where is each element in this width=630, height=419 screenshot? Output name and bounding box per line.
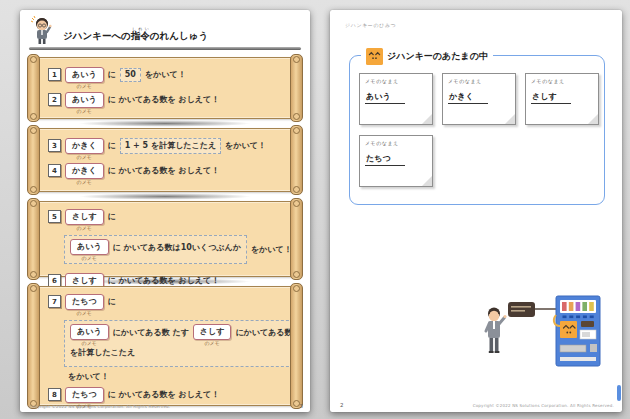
scrollbar-thumb[interactable] [617, 385, 621, 401]
memo-name: かきく [448, 91, 488, 104]
instruction-row-5-sub: あいうのメモ に かいてある数は10いくつぶんか をかいて！ [64, 235, 282, 264]
memo-name: さしす [531, 91, 571, 104]
nested-instruction-box: あいうのメモ にかいてある数 たす さしすのメモ にかいてある数 を計算したこた… [64, 320, 299, 367]
instruction-row-5: 5 さしすのメモ に [48, 210, 282, 223]
instruction-row-4: 4 かきくのメモ に かいてある数を おしえて！ [48, 164, 282, 177]
memo-name-chip: さしす [65, 209, 104, 225]
step-number: 1 [48, 68, 61, 81]
instruction-banner-4: 7 たちつのメモ に あいうのメモ にかいてある数 たす さしすのメモ にかいて… [29, 286, 301, 406]
instruction-text: に かいてある数を おしえて！ [108, 94, 220, 105]
instruction-row-1: 1 あいうのメモ に 50 をかいて！ [48, 68, 282, 81]
memo-note-label: のメモ [77, 179, 92, 185]
memo-note-label: のメモ [77, 108, 92, 114]
scroll-roll-right [290, 198, 303, 280]
memo-chip-wrap: あいうのメモ [65, 92, 104, 108]
scroll-roll-left [27, 54, 40, 122]
instruction-text: にかいてある数 [235, 327, 292, 338]
left-page-footer: Copyright ©2022 NS Solutions Corporation… [29, 403, 303, 409]
scroll-roll-left [27, 125, 40, 195]
instruction-text: をかいて！ [145, 69, 186, 80]
scroll-roll-right [290, 283, 303, 409]
instruction-row-2: 2 あいうのメモ に かいてある数を おしえて！ [48, 93, 282, 106]
page-left: ジハンキーへの指令しれいのれんしゅう 1 あいうのメモ に 50 をかいて！ 2… [20, 10, 310, 412]
memo-name-chip: かきく [65, 138, 104, 154]
scroll-roll-right [290, 125, 303, 195]
teacher-character-icon [30, 15, 54, 45]
instruction-row-8: 8 たちつのメモ に かいてある数を おしえて！ [48, 388, 282, 401]
memo-note-label: のメモ [77, 83, 92, 89]
page-right: ジハンキーのひみつ ジハンキーのあたまの中 メモのなまえ あいう メモ [330, 10, 622, 412]
page-number: 2 [340, 402, 344, 408]
banner-shadow-separator [65, 192, 265, 201]
value-box: 50 [120, 68, 141, 82]
memo-chip-wrap: かきくのメモ [65, 163, 104, 179]
instruction-row-7-tail: をかいて！ [68, 371, 282, 382]
box-title: ジハンキーのあたまの中 [387, 50, 488, 63]
man-and-vending-machine-illustration [480, 290, 604, 376]
machine-face [560, 321, 577, 338]
memo-chip-wrap: さしすのメモ [65, 209, 104, 225]
memo-chip-wrap: さしすのメモ [193, 324, 232, 340]
section-header: ジハンキーのひみつ [345, 22, 396, 28]
scroll-roll-right [290, 54, 303, 122]
memo-name-chip: あいう [65, 67, 104, 83]
memo-chip-wrap: あいうのメモ [70, 239, 109, 255]
vending-machine [554, 296, 600, 366]
memo-name-chip: あいう [70, 324, 109, 340]
instruction-row-7: 7 たちつのメモ に [48, 295, 282, 308]
step-number: 3 [48, 139, 61, 152]
instruction-banner-2: 3 かきくのメモ に 1 + 5 を計算したこたえ をかいて！ 4 かきくのメモ… [29, 128, 301, 192]
instruction-text: をかいて！ [251, 244, 292, 255]
memo-grid: メモのなまえ あいう メモのなまえ かきく メモのなまえ さしす メモのなまえ … [350, 56, 604, 187]
memo-chip-wrap: あいうのメモ [65, 67, 104, 83]
instruction-text: に かいてある数は10いくつぶんか [113, 242, 241, 253]
page-title: ジハンキーへの指令しれいのれんしゅう [63, 26, 208, 43]
memo-name: あいう [365, 91, 405, 104]
jihanky-face-icon [366, 48, 383, 65]
memo-name-chip: たちつ [65, 387, 104, 403]
banner-shadow-separator [65, 119, 265, 128]
instruction-text: に かいてある数を おしえて！ [108, 165, 220, 176]
instruction-banner-1: 1 あいうのメモ に 50 をかいて！ 2 あいうのメモ に かいてある数を お… [29, 57, 301, 119]
memo-note-label: のメモ [77, 310, 92, 316]
instruction-banner-3: 5 さしすのメモ に あいうのメモ に かいてある数は10いくつぶんか をかいて… [29, 201, 301, 277]
step-number: 7 [48, 295, 61, 308]
jihanky-head-box: ジハンキーのあたまの中 メモのなまえ あいう メモのなまえ かきく メモのなまえ… [349, 55, 605, 205]
memo-name-chip: たちつ [65, 294, 104, 310]
memo-note-label: のメモ [82, 340, 97, 346]
memo-note-label: のメモ [82, 255, 97, 261]
copyright-text: Copyright ©2022 NS Solutions Corporation… [29, 404, 170, 409]
memo-chip-wrap: たちつのメモ [65, 387, 104, 403]
instruction-row-3: 3 かきくのメモ に 1 + 5 を計算したこたえ をかいて！ [48, 139, 282, 152]
memo-note-label: のメモ [77, 225, 92, 231]
nested-instruction-line-1: あいうのメモ にかいてある数 たす さしすのメモ にかいてある数 [70, 324, 293, 347]
step-number: 8 [48, 388, 61, 401]
instruction-text: にかいてある数 たす [113, 327, 189, 338]
memo-note-label: のメモ [77, 154, 92, 160]
right-page-footer: 2 Copyright ©2022 NS Solutions Corporati… [340, 402, 614, 408]
step-number: 2 [48, 93, 61, 106]
memo-name-chip: さしす [193, 324, 232, 340]
memo-name: たちつ [365, 153, 405, 166]
instruction-text: に [108, 140, 116, 151]
memo-chip-wrap: あいうのメモ [70, 324, 109, 340]
memo-card: メモのなまえ たちつ [359, 135, 433, 187]
memo-card: メモのなまえ あいう [359, 73, 433, 125]
nested-instruction-line-2: を計算したこたえ [70, 347, 293, 358]
speech-bubble [508, 302, 556, 317]
value-box: 1 + 5 を計算したこたえ [120, 138, 221, 154]
step-number: 4 [48, 164, 61, 177]
instruction-text: に [108, 296, 116, 307]
memo-name-chip: かきく [65, 163, 104, 179]
memo-note-label: のメモ [204, 340, 219, 346]
copyright-text: Copyright ©2022 NS Solutions Corporation… [473, 403, 614, 408]
nested-instruction-box: あいうのメモ に かいてある数は10いくつぶんか [64, 235, 247, 264]
title-divider [29, 47, 301, 50]
memo-chip-wrap: たちつのメモ [65, 294, 104, 310]
step-number: 5 [48, 210, 61, 223]
instruction-text: に [108, 211, 116, 222]
instruction-text: に [108, 69, 116, 80]
memo-card: メモのなまえ かきく [442, 73, 516, 125]
memo-name-chip: あいう [70, 239, 109, 255]
memo-chip-wrap: かきくのメモ [65, 138, 104, 154]
